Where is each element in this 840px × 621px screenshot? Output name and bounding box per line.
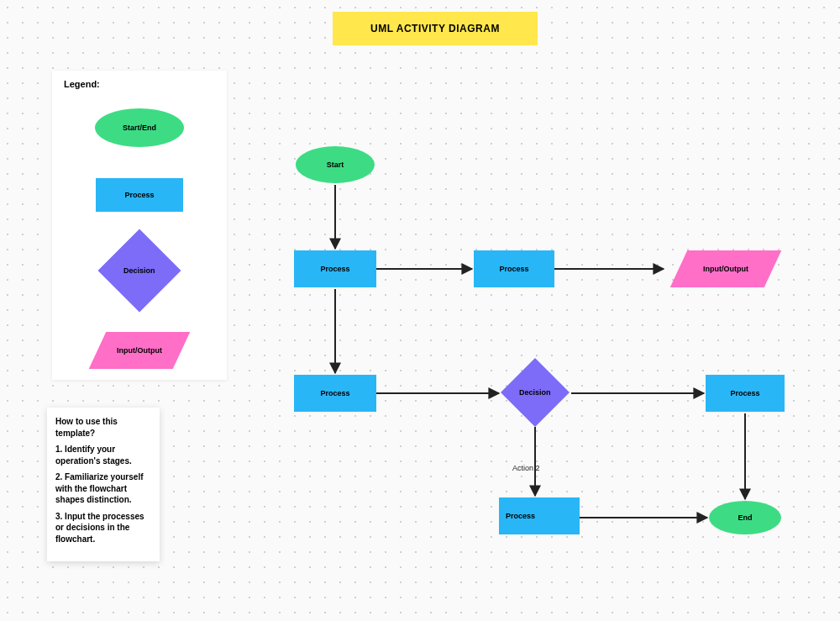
legend-start-end: Start/End xyxy=(52,94,227,161)
howto-panel: How to use this template? 1. Identify yo… xyxy=(47,408,160,561)
node-process-1-label: Process xyxy=(320,265,349,273)
legend-decision: Decision xyxy=(52,229,227,313)
node-io-1-label: Input/Output xyxy=(703,265,748,273)
node-process-5-label: Process xyxy=(506,512,535,520)
decision-shape: Decision xyxy=(98,229,181,313)
diagram-canvas: UML ACTIVITY DIAGRAM Legend: Start/End P… xyxy=(0,0,840,621)
legend-process-label: Process xyxy=(124,191,154,199)
howto-heading: How to use this template? xyxy=(55,416,151,439)
legend-io-label: Input/Output xyxy=(117,346,162,355)
legend-start-end-label: Start/End xyxy=(123,124,156,132)
howto-step-2: 2. Familiarize yourself with the flowcha… xyxy=(55,471,151,506)
legend-panel: Legend: Start/End Process Decision Input… xyxy=(52,71,227,380)
process-shape: Process xyxy=(96,178,183,212)
howto-step-1: 1. Identify your operation's stages. xyxy=(55,444,151,466)
howto-step-3: 3. Input the processes or decisions in t… xyxy=(55,511,151,545)
node-process-5[interactable]: Process xyxy=(499,497,580,534)
diagram-title-banner: UML ACTIVITY DIAGRAM xyxy=(333,12,538,45)
diagram-title: UML ACTIVITY DIAGRAM xyxy=(370,23,500,34)
legend-heading: Legend: xyxy=(64,79,227,89)
node-process-4-label: Process xyxy=(730,389,759,397)
node-process-1[interactable]: Process xyxy=(294,250,376,287)
node-process-2-label: Process xyxy=(499,265,528,273)
node-process-3[interactable]: Process xyxy=(294,375,376,412)
start-end-shape: Start/End xyxy=(95,108,184,147)
node-end-label: End xyxy=(738,513,753,522)
node-decision-label: Decision xyxy=(519,388,551,397)
edge-label-action2: Action 2 xyxy=(512,464,540,472)
legend-process: Process xyxy=(52,161,227,229)
node-start-label: Start xyxy=(327,161,344,169)
node-process-4[interactable]: Process xyxy=(706,375,785,412)
node-process-2[interactable]: Process xyxy=(474,250,554,287)
node-decision[interactable]: Decision xyxy=(501,358,570,427)
io-shape: Input/Output xyxy=(89,332,191,369)
legend-decision-label: Decision xyxy=(123,266,155,275)
node-end[interactable]: End xyxy=(709,501,781,534)
node-io-1[interactable]: Input/Output xyxy=(670,250,782,287)
node-start[interactable]: Start xyxy=(296,146,375,183)
node-process-3-label: Process xyxy=(320,389,349,397)
legend-io: Input/Output xyxy=(52,313,227,388)
